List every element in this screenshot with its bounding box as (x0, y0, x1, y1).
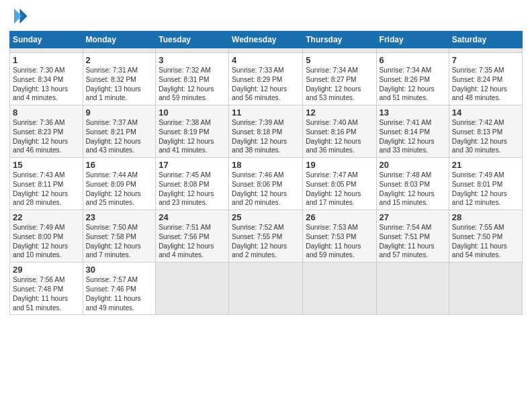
day-number: 17 (159, 160, 226, 170)
calendar-header-row: Sunday Monday Tuesday Wednesday Thursday… (10, 32, 523, 48)
day-number: 14 (452, 107, 519, 118)
day-number: 13 (380, 107, 446, 118)
header-wednesday: Wednesday (229, 32, 303, 48)
calendar-cell: 4Sunrise: 7:33 AMSunset: 8:29 PMDaylight… (229, 53, 303, 105)
calendar-cell (229, 263, 303, 315)
day-info: Sunrise: 7:50 AMSunset: 7:58 PMDaylight:… (86, 223, 153, 260)
calendar-cell (449, 263, 522, 315)
day-number: 7 (452, 55, 519, 65)
day-info: Sunrise: 7:45 AMSunset: 8:08 PMDaylight:… (159, 171, 226, 208)
day-info: Sunrise: 7:40 AMSunset: 8:16 PMDaylight:… (306, 118, 373, 155)
day-number: 22 (13, 212, 80, 222)
calendar-cell: 13Sunrise: 7:41 AMSunset: 8:14 PMDayligh… (376, 105, 449, 158)
calendar-cell: 28Sunrise: 7:55 AMSunset: 7:50 PMDayligh… (449, 210, 522, 263)
day-info: Sunrise: 7:31 AMSunset: 8:32 PMDaylight:… (86, 66, 153, 103)
calendar-week-row: 8Sunrise: 7:36 AMSunset: 8:23 PMDaylight… (10, 105, 523, 158)
header-friday: Friday (376, 32, 449, 48)
day-number: 10 (159, 107, 226, 118)
calendar-cell (156, 263, 229, 315)
calendar-cell: 30Sunrise: 7:57 AMSunset: 7:46 PMDayligh… (83, 263, 156, 315)
calendar-cell: 6Sunrise: 7:34 AMSunset: 8:26 PMDaylight… (376, 53, 449, 105)
calendar-cell (83, 48, 156, 53)
day-info: Sunrise: 7:53 AMSunset: 7:53 PMDaylight:… (306, 223, 373, 260)
calendar-cell: 15Sunrise: 7:43 AMSunset: 8:11 PMDayligh… (10, 158, 83, 210)
calendar-cell: 19Sunrise: 7:47 AMSunset: 8:05 PMDayligh… (303, 158, 376, 210)
calendar-cell: 11Sunrise: 7:39 AMSunset: 8:18 PMDayligh… (229, 105, 303, 158)
logo (9, 7, 31, 26)
day-info: Sunrise: 7:46 AMSunset: 8:06 PMDaylight:… (232, 171, 300, 208)
day-number: 12 (306, 107, 373, 118)
day-info: Sunrise: 7:54 AMSunset: 7:51 PMDaylight:… (380, 223, 446, 260)
calendar-cell: 25Sunrise: 7:52 AMSunset: 7:55 PMDayligh… (229, 210, 303, 263)
calendar-cell: 10Sunrise: 7:38 AMSunset: 8:19 PMDayligh… (156, 105, 229, 158)
header-sunday: Sunday (10, 32, 83, 48)
calendar-week-row: 15Sunrise: 7:43 AMSunset: 8:11 PMDayligh… (10, 158, 523, 210)
calendar-week-row: 1Sunrise: 7:30 AMSunset: 8:34 PMDaylight… (10, 53, 523, 105)
day-number: 25 (232, 212, 300, 222)
day-info: Sunrise: 7:55 AMSunset: 7:50 PMDaylight:… (452, 223, 519, 260)
day-info: Sunrise: 7:43 AMSunset: 8:11 PMDaylight:… (13, 171, 80, 208)
page-container: Sunday Monday Tuesday Wednesday Thursday… (0, 0, 532, 322)
day-number: 26 (306, 212, 373, 222)
calendar-cell (376, 263, 449, 315)
day-number: 28 (452, 212, 519, 222)
day-number: 1 (13, 55, 80, 65)
day-info: Sunrise: 7:51 AMSunset: 7:56 PMDaylight:… (159, 223, 226, 260)
day-info: Sunrise: 7:34 AMSunset: 8:26 PMDaylight:… (380, 66, 446, 103)
header-thursday: Thursday (303, 32, 376, 48)
day-number: 8 (13, 107, 80, 118)
calendar-cell: 29Sunrise: 7:56 AMSunset: 7:48 PMDayligh… (10, 263, 83, 315)
calendar-cell (156, 48, 229, 53)
calendar-cell: 1Sunrise: 7:30 AMSunset: 8:34 PMDaylight… (10, 53, 83, 105)
calendar-cell: 17Sunrise: 7:45 AMSunset: 8:08 PMDayligh… (156, 158, 229, 210)
calendar-cell: 7Sunrise: 7:35 AMSunset: 8:24 PMDaylight… (449, 53, 522, 105)
day-info: Sunrise: 7:56 AMSunset: 7:48 PMDaylight:… (13, 275, 80, 312)
header (9, 7, 523, 26)
calendar-cell: 2Sunrise: 7:31 AMSunset: 8:32 PMDaylight… (83, 53, 156, 105)
logo-icon (9, 7, 28, 26)
day-info: Sunrise: 7:37 AMSunset: 8:21 PMDaylight:… (86, 118, 153, 155)
day-info: Sunrise: 7:34 AMSunset: 8:27 PMDaylight:… (306, 66, 373, 103)
calendar-cell: 26Sunrise: 7:53 AMSunset: 7:53 PMDayligh… (303, 210, 376, 263)
calendar-cell: 23Sunrise: 7:50 AMSunset: 7:58 PMDayligh… (83, 210, 156, 263)
calendar-cell: 3Sunrise: 7:32 AMSunset: 8:31 PMDaylight… (156, 53, 229, 105)
calendar-cell: 20Sunrise: 7:48 AMSunset: 8:03 PMDayligh… (376, 158, 449, 210)
day-number: 27 (380, 212, 446, 222)
calendar-cell (10, 48, 83, 53)
day-number: 19 (306, 160, 373, 170)
header-saturday: Saturday (449, 32, 522, 48)
day-number: 21 (452, 160, 519, 170)
day-number: 3 (159, 55, 226, 65)
calendar-cell (376, 48, 449, 53)
calendar-cell (229, 48, 303, 53)
calendar-cell (449, 48, 522, 53)
day-info: Sunrise: 7:41 AMSunset: 8:14 PMDaylight:… (380, 118, 446, 155)
day-number: 4 (232, 55, 300, 65)
day-number: 16 (86, 160, 153, 170)
calendar-cell: 14Sunrise: 7:42 AMSunset: 8:13 PMDayligh… (449, 105, 522, 158)
day-number: 24 (159, 212, 226, 222)
calendar-cell (303, 48, 376, 53)
calendar-cell: 8Sunrise: 7:36 AMSunset: 8:23 PMDaylight… (10, 105, 83, 158)
day-info: Sunrise: 7:32 AMSunset: 8:31 PMDaylight:… (159, 66, 226, 103)
calendar-cell: 22Sunrise: 7:49 AMSunset: 8:00 PMDayligh… (10, 210, 83, 263)
day-info: Sunrise: 7:35 AMSunset: 8:24 PMDaylight:… (452, 66, 519, 103)
calendar-cell: 27Sunrise: 7:54 AMSunset: 7:51 PMDayligh… (376, 210, 449, 263)
header-tuesday: Tuesday (156, 32, 229, 48)
calendar-cell: 5Sunrise: 7:34 AMSunset: 8:27 PMDaylight… (303, 53, 376, 105)
calendar-week-row (10, 48, 523, 53)
day-number: 11 (232, 107, 300, 118)
day-info: Sunrise: 7:39 AMSunset: 8:18 PMDaylight:… (232, 118, 300, 155)
day-number: 29 (13, 265, 80, 275)
day-number: 9 (86, 107, 153, 118)
calendar-cell (303, 263, 376, 315)
day-info: Sunrise: 7:38 AMSunset: 8:19 PMDaylight:… (159, 118, 226, 155)
day-info: Sunrise: 7:47 AMSunset: 8:05 PMDaylight:… (306, 171, 373, 208)
calendar-week-row: 29Sunrise: 7:56 AMSunset: 7:48 PMDayligh… (10, 263, 523, 315)
day-info: Sunrise: 7:44 AMSunset: 8:09 PMDaylight:… (86, 171, 153, 208)
day-info: Sunrise: 7:33 AMSunset: 8:29 PMDaylight:… (232, 66, 300, 103)
day-info: Sunrise: 7:49 AMSunset: 8:00 PMDaylight:… (13, 223, 80, 260)
day-number: 18 (232, 160, 300, 170)
calendar-table: Sunday Monday Tuesday Wednesday Thursday… (9, 31, 523, 315)
calendar-cell: 12Sunrise: 7:40 AMSunset: 8:16 PMDayligh… (303, 105, 376, 158)
